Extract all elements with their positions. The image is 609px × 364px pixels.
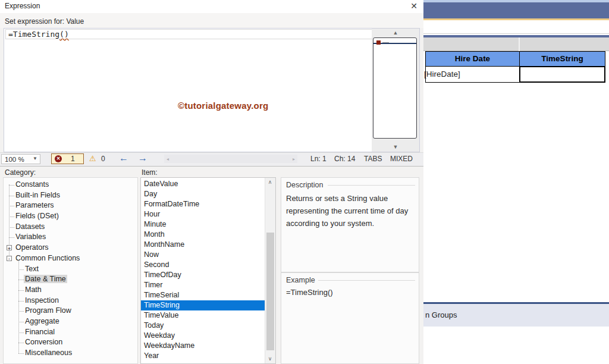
- close-icon[interactable]: ✕: [408, 1, 420, 12]
- horizontal-scrollbar[interactable]: ◂ ▸: [164, 155, 297, 163]
- watermark-text: ©tutorialgateway.org: [178, 101, 268, 111]
- screen: Hire Date TimeString [HireDate] n Groups…: [0, 0, 609, 364]
- dialog-title: Expression: [5, 2, 40, 10]
- category-tree-item[interactable]: Constants: [4, 180, 137, 190]
- table-column-handles[interactable]: [423, 37, 609, 51]
- expression-editor[interactable]: =TimeString() ©tutorialgateway.org ▲ ▼: [4, 28, 420, 152]
- item-list-item[interactable]: Day: [141, 189, 265, 199]
- category-tree-item-label: Aggregate: [25, 317, 59, 325]
- category-tree-item-label: Conversion: [25, 338, 62, 346]
- category-tree-item[interactable]: Inspection: [4, 296, 137, 306]
- hscroll-right-icon[interactable]: ▸: [293, 156, 295, 162]
- item-list-item[interactable]: TimeSerial: [141, 290, 265, 300]
- table-cell-hiredate[interactable]: [HireDate]: [425, 66, 520, 83]
- scroll-up-icon[interactable]: ∧: [265, 179, 275, 185]
- code-text: =TimeString: [8, 30, 59, 39]
- dialog-title-bar[interactable]: Expression ✕: [0, 0, 423, 13]
- item-list-item[interactable]: TimeOfDay: [141, 270, 265, 280]
- item-list-item[interactable]: TimeValue: [141, 310, 265, 321]
- item-list-item[interactable]: Timer: [141, 280, 265, 290]
- mixed-indicator: MIXED: [390, 155, 413, 163]
- editor-scrollbar-map[interactable]: [373, 37, 417, 139]
- item-list-item[interactable]: Second: [141, 260, 265, 270]
- collapse-icon[interactable]: -: [7, 256, 12, 261]
- category-tree-item[interactable]: Financial: [4, 327, 137, 338]
- category-tree-item-label: Constants: [15, 180, 49, 189]
- item-list-item[interactable]: Hour: [141, 209, 265, 219]
- category-tree-item-label: Financial: [25, 328, 55, 336]
- table-header-hire-date[interactable]: Hire Date: [425, 51, 520, 67]
- category-tree-item[interactable]: Math: [4, 285, 137, 296]
- column-handle-separator[interactable]: [519, 37, 520, 51]
- scrollbar-thumb[interactable]: [266, 233, 274, 350]
- map-error-mark: [376, 40, 381, 45]
- category-tree-item[interactable]: -Common Functions: [4, 253, 137, 264]
- item-list-item[interactable]: Weekday: [141, 331, 265, 341]
- category-tree-item-label: Parameters: [15, 201, 54, 209]
- category-tree-item-label: Fields (DSet): [15, 212, 59, 220]
- table-header-timestring[interactable]: TimeString: [519, 51, 605, 67]
- expression-code[interactable]: =TimeString(): [8, 30, 69, 39]
- hscroll-left-icon[interactable]: ◂: [167, 156, 169, 162]
- description-panel: Description Returns or sets a String val…: [281, 177, 419, 272]
- expand-icon[interactable]: +: [7, 245, 12, 250]
- editor-status-bar: 100 % ▼ ✕ 1 ⚠ 0 ← → ◂ ▸ Ln: 1 Ch: 14 TAB…: [0, 152, 423, 167]
- item-list-item[interactable]: FormatDateTime: [141, 199, 265, 209]
- navigate-back-icon[interactable]: ←: [119, 153, 128, 164]
- category-tree-item-label: Common Functions: [15, 254, 80, 262]
- example-code: =TimeString(): [286, 288, 333, 297]
- example-header-line: [318, 280, 415, 281]
- description-header: Description: [286, 181, 324, 189]
- designer-title-bar: [423, 2, 609, 18]
- item-list: DateValueDayFormatDateTimeHourMinuteMont…: [141, 178, 265, 363]
- category-tree-item[interactable]: Text: [4, 264, 137, 275]
- category-label: Category:: [5, 168, 36, 177]
- item-list-panel: DateValueDayFormatDateTimeHourMinuteMont…: [140, 177, 276, 364]
- category-tree-item[interactable]: Aggregate: [4, 316, 137, 327]
- category-tree-item[interactable]: Built-in Fields: [4, 190, 137, 201]
- error-count: 1: [71, 155, 75, 163]
- item-list-item[interactable]: Now: [141, 250, 265, 260]
- category-tree-item[interactable]: Program Flow: [4, 306, 137, 316]
- description-text: Returns or sets a String value represent…: [286, 192, 409, 230]
- category-tree-item-label: Date & Time: [24, 275, 67, 283]
- item-label: Item:: [142, 168, 158, 177]
- item-list-item[interactable]: TimeString: [141, 300, 265, 310]
- line-indicator: Ln: 1: [310, 155, 327, 163]
- category-tree-item-label: Datasets: [15, 222, 45, 231]
- error-badge[interactable]: ✕ 1: [51, 153, 84, 164]
- item-list-item[interactable]: DateValue: [141, 179, 265, 189]
- category-tree-panel: ConstantsBuilt-in FieldsParametersFields…: [3, 177, 138, 364]
- expression-dialog: Expression ✕ Set expression for: Value =…: [0, 0, 423, 364]
- designer-accent-line: [423, 18, 609, 20]
- item-list-item[interactable]: Year: [141, 351, 265, 361]
- category-tree-item-label: Inspection: [25, 296, 59, 305]
- item-list-item[interactable]: Minute: [141, 219, 265, 230]
- scroll-down-icon[interactable]: ▼: [372, 144, 419, 150]
- category-tree-item[interactable]: Date & Time: [4, 274, 137, 285]
- item-list-item[interactable]: WeekdayName: [141, 341, 265, 351]
- scroll-up-icon[interactable]: ▲: [372, 30, 419, 36]
- category-tree-item[interactable]: +Operators: [4, 243, 137, 253]
- item-list-item[interactable]: MonthName: [141, 240, 265, 250]
- category-tree-item[interactable]: Miscellaneous: [4, 348, 137, 359]
- category-tree-item[interactable]: Fields (DSet): [4, 211, 137, 222]
- report-designer-background: Hire Date TimeString [HireDate] n Groups: [423, 0, 609, 364]
- tabs-indicator: TABS: [364, 155, 382, 163]
- category-tree-item[interactable]: Parameters: [4, 200, 137, 211]
- category-tree-item[interactable]: Variables: [4, 232, 137, 243]
- chevron-down-icon[interactable]: ▼: [33, 156, 37, 161]
- table-cell-timestring-selected[interactable]: [519, 66, 605, 83]
- scroll-down-icon[interactable]: ∨: [265, 356, 275, 362]
- zoom-value: 100 %: [5, 156, 24, 163]
- editor-scrollbar[interactable]: ▲ ▼: [372, 29, 419, 152]
- zoom-combobox[interactable]: 100 % ▼: [1, 154, 40, 164]
- map-code-mark: [382, 42, 389, 43]
- category-tree-item[interactable]: Conversion: [4, 337, 137, 348]
- item-list-scrollbar[interactable]: ∧ ∨: [265, 178, 275, 363]
- item-list-item[interactable]: Month: [141, 230, 265, 240]
- navigate-forward-icon[interactable]: →: [138, 153, 147, 164]
- category-tree-item[interactable]: Datasets: [4, 222, 137, 233]
- warning-icon[interactable]: ⚠: [89, 154, 96, 163]
- item-list-item[interactable]: Today: [141, 321, 265, 331]
